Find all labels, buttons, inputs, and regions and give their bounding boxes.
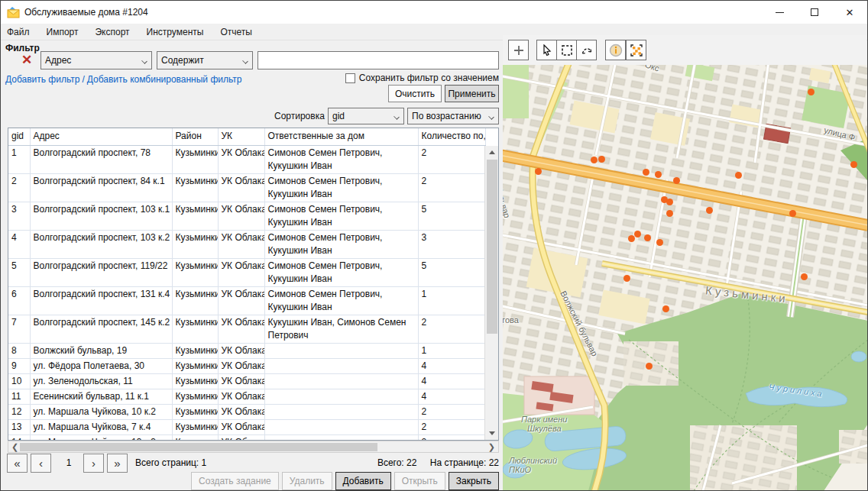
- rect-select-tool-button[interactable]: [556, 40, 577, 60]
- column-header[interactable]: Адрес: [30, 128, 172, 145]
- house-marker[interactable]: [735, 172, 742, 179]
- table-row[interactable]: 5Волгоградский проспект, 119/22Кузьминки…: [8, 258, 485, 286]
- table-row[interactable]: 14ул. Маршала Чуйкова, 13 к.3КузьминкиУК…: [8, 434, 485, 441]
- delete-button[interactable]: Удалить: [282, 472, 332, 490]
- cursor-icon: [541, 44, 553, 57]
- table-row[interactable]: 12ул. Маршала Чуйкова, 10 к.2КузьминкиУК…: [8, 404, 485, 419]
- cell-district: Кузьминки: [172, 145, 218, 173]
- table-row[interactable]: 6Волгоградский проспект, 131 к.4Кузьминк…: [8, 286, 485, 315]
- open-button[interactable]: Открыть: [394, 472, 445, 490]
- cell-district: Кузьминки: [172, 230, 218, 258]
- column-header[interactable]: gid: [8, 128, 30, 145]
- on-page-label: На странице: 22: [430, 457, 499, 468]
- menu-item-4[interactable]: Инструменты: [147, 27, 204, 37]
- first-page-button[interactable]: «: [7, 454, 28, 473]
- house-marker[interactable]: [666, 199, 673, 205]
- vertical-scrollbar[interactable]: [484, 146, 498, 440]
- house-marker[interactable]: [706, 207, 713, 214]
- scroll-down-icon[interactable]: [489, 431, 495, 435]
- house-marker[interactable]: [656, 239, 663, 246]
- save-filter-checkbox[interactable]: [345, 73, 355, 83]
- horizontal-scrollbar[interactable]: ❮ ❯: [8, 441, 499, 453]
- house-marker[interactable]: [789, 210, 796, 217]
- table-row[interactable]: 4Волгоградский проспект, 103 к.2Кузьминк…: [8, 230, 485, 258]
- menu-item-3[interactable]: Экспорт: [95, 27, 129, 37]
- sort-direction-select[interactable]: По возрастанию: [407, 108, 499, 124]
- apply-button[interactable]: Применить: [445, 85, 499, 102]
- add-button[interactable]: Добавить: [335, 472, 391, 490]
- cursor-tool-button[interactable]: [536, 40, 557, 60]
- column-header[interactable]: Район: [172, 128, 218, 145]
- menu-item-5[interactable]: Отчеты: [220, 27, 251, 37]
- filter-value-input[interactable]: [257, 51, 499, 69]
- column-header[interactable]: Ответственные за дом: [264, 128, 418, 145]
- menu-item-2[interactable]: Импорт: [47, 27, 79, 37]
- prev-page-button[interactable]: ‹: [31, 454, 51, 473]
- clear-button[interactable]: Очистить: [388, 85, 442, 102]
- sort-field-select[interactable]: gid: [328, 108, 404, 124]
- close-button[interactable]: ✕: [832, 1, 867, 24]
- cell-address: Волгоградский проспект, 119/22: [30, 258, 172, 286]
- house-marker[interactable]: [628, 235, 635, 242]
- horizontal-scroll-thumb[interactable]: [20, 443, 377, 451]
- house-marker[interactable]: [598, 156, 605, 163]
- cell-gid: 14: [8, 434, 30, 441]
- scroll-up-icon[interactable]: [489, 150, 495, 154]
- create-task-button[interactable]: Создать задание: [191, 472, 279, 490]
- vertical-scroll-thumb[interactable]: [487, 160, 497, 334]
- remove-filter-icon[interactable]: ✕: [21, 54, 32, 66]
- cell-responsible: [264, 389, 418, 404]
- pan-tool-button[interactable]: [508, 40, 529, 60]
- house-marker[interactable]: [646, 363, 653, 370]
- maximize-button[interactable]: [797, 1, 832, 24]
- cell-address: ул. Маршала Чуйкова, 13 к.3: [30, 434, 172, 441]
- house-marker[interactable]: [591, 157, 598, 163]
- lasso-select-tool-button[interactable]: [576, 40, 597, 60]
- house-marker[interactable]: [643, 169, 649, 176]
- fit-markers-tool-button[interactable]: [626, 40, 646, 60]
- column-header[interactable]: УК: [218, 128, 264, 145]
- add-filter-link[interactable]: Добавить фильтр: [5, 74, 79, 85]
- sort-field-value: gid: [332, 111, 345, 121]
- house-marker[interactable]: [808, 89, 815, 95]
- house-marker[interactable]: [655, 171, 662, 178]
- column-header[interactable]: Количество по,: [418, 128, 485, 145]
- minimize-button[interactable]: [762, 1, 797, 24]
- next-page-button[interactable]: ›: [83, 454, 104, 473]
- add-combined-filter-link[interactable]: Добавить комбинированный фильтр: [87, 74, 242, 85]
- table-row[interactable]: 10ул. Зеленодольская, 11КузьминкиУК Обла…: [8, 373, 485, 389]
- cell-count: 2: [418, 404, 485, 419]
- cell-gid: 13: [8, 419, 30, 434]
- table-row[interactable]: 9ул. Фёдора Полетаева, 30КузьминкиУК Обл…: [8, 358, 485, 373]
- filter-field-select[interactable]: Адрес: [40, 51, 152, 69]
- cell-district: Кузьминки: [172, 389, 218, 404]
- info-tool-button[interactable]: [605, 40, 626, 60]
- cell-uk: УК Облака: [218, 343, 264, 358]
- filter-operator-select[interactable]: Содержит: [157, 51, 253, 69]
- map-canvas[interactable]: Окс Волжский бульвар Волжский бульвар Ку…: [503, 65, 868, 491]
- cell-gid: 10: [8, 373, 30, 389]
- house-marker[interactable]: [801, 273, 808, 280]
- cell-gid: 1: [8, 145, 30, 173]
- house-marker[interactable]: [850, 161, 857, 168]
- table-row[interactable]: 3Волгоградский проспект, 103 к.1Кузьминк…: [8, 202, 485, 230]
- table-row[interactable]: 7Волгоградский проспект, 145 к.2Кузьминк…: [8, 315, 485, 343]
- table-row[interactable]: 2Волгоградский проспект, 84 к.1Кузьминки…: [8, 173, 485, 202]
- table-row[interactable]: 1Волгоградский проспект, 78КузьминкиУК О…: [8, 145, 485, 173]
- last-page-button[interactable]: »: [107, 454, 128, 473]
- table-row[interactable]: 8Волжский бульвар, 19КузьминкиУК Облака1: [8, 343, 485, 358]
- park-label-shkuleva: Парк имениШкулёва: [521, 415, 567, 433]
- house-marker[interactable]: [673, 177, 680, 184]
- house-marker[interactable]: [623, 275, 630, 282]
- house-marker[interactable]: [634, 231, 641, 237]
- house-marker[interactable]: [666, 210, 673, 217]
- house-marker[interactable]: [662, 305, 669, 312]
- table-row[interactable]: 13ул. Маршала Чуйкова, 7 к.4КузьминкиУК …: [8, 419, 485, 434]
- house-marker[interactable]: [644, 234, 651, 241]
- house-marker[interactable]: [535, 168, 542, 175]
- menu-item-1[interactable]: Файл: [7, 27, 30, 37]
- table-row[interactable]: 11Есенинский бульвар, 11 к.1КузьминкиУК …: [8, 389, 485, 404]
- cell-count: 1: [418, 343, 485, 358]
- close-button-bottom[interactable]: Закрыть: [449, 472, 499, 490]
- cell-responsible: [264, 404, 418, 419]
